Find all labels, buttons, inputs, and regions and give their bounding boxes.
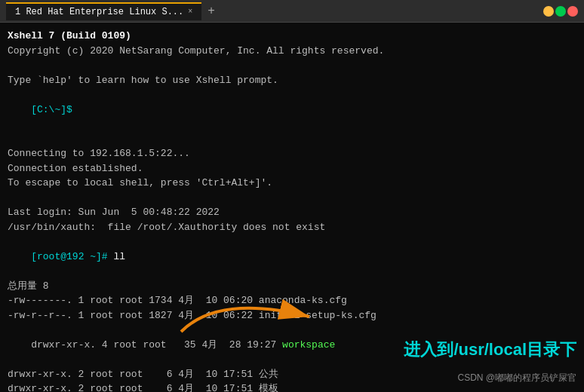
escape-line: To escape to local shell, press 'Ctrl+Al… <box>8 176 576 191</box>
connecting-line: Connecting to 192.168.1.5:22... <box>8 146 576 161</box>
ll-prompt: [root@192 ~]# <box>31 251 113 262</box>
maximize-button[interactable] <box>555 6 566 17</box>
terminal-header-line-3: Type `help' to learn how to use Xshell p… <box>8 73 576 88</box>
close-button[interactable] <box>567 6 578 17</box>
established-line: Connection established. <box>8 161 576 176</box>
active-tab[interactable]: 1 Red Hat Enterprise Linux S... × <box>6 2 201 20</box>
terminal-prompt-local: [C:\~]$ <box>8 87 576 132</box>
tab-strip: 1 Red Hat Enterprise Linux S... × + <box>6 2 543 20</box>
window-controls <box>543 6 578 17</box>
terminal-blank-2 <box>8 132 576 147</box>
tab-close-icon[interactable]: × <box>188 8 192 16</box>
tab-label: 1 Red Hat Enterprise Linux S... <box>15 7 183 17</box>
arrow-icon <box>174 294 324 339</box>
terminal-area[interactable]: Xshell 7 (Build 0109) Copyright (c) 2020… <box>0 23 584 392</box>
ls-header: 总用量 8 <box>8 279 576 294</box>
ll-command-line: [root@192 ~]# ll <box>8 234 576 279</box>
lastlogin-line: Last login: Sun Jun 5 00:48:22 2022 <box>8 205 576 220</box>
title-bar: 1 Red Hat Enterprise Linux S... × + <box>0 0 584 23</box>
new-tab-button[interactable]: + <box>204 5 218 18</box>
terminal-header-line-2: Copyright (c) 2020 NetSarang Computer, I… <box>8 44 576 59</box>
watermark-text: CSDN @嘟嘟的程序员铲屎官 <box>457 371 576 384</box>
annotation-text: 进入到/usr/local目录下 <box>404 337 576 362</box>
terminal-header-line-1: Xshell 7 (Build 0109) <box>8 29 576 44</box>
workspace-label: workspace <box>282 339 335 351</box>
terminal-blank-3 <box>8 191 576 206</box>
terminal-blank-1 <box>8 58 576 73</box>
ll-cmd: ll <box>113 251 125 262</box>
xauth-line: /usr/bin/xauth: file /root/.Xauthority d… <box>8 220 576 235</box>
prompt-color: [C:\~]$ <box>31 104 72 115</box>
minimize-button[interactable] <box>543 6 554 17</box>
